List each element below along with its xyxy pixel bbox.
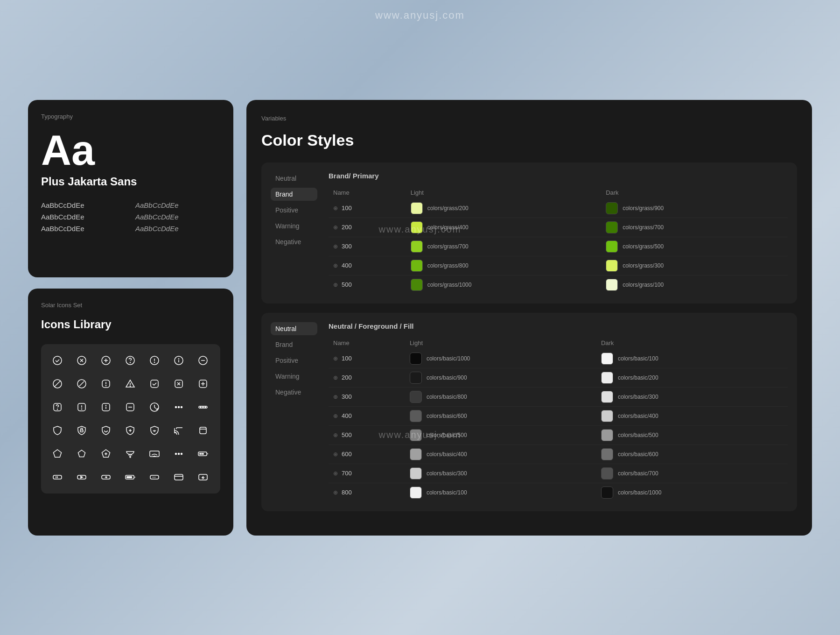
cell-dark: colors/basic/600 [596,444,788,464]
cell-dark: colors/basic/700 [596,464,788,483]
icon-plus-square [192,373,214,395]
nav-positive-1[interactable]: Positive [271,204,317,217]
dark-swatch [606,279,618,291]
type-samples: AaBbCcDdEe AaBbCcDdEe AaBbCcDdEe AaBbCcD… [41,201,220,233]
light-swatch [410,372,422,384]
icon-cast-2 [144,443,165,465]
watermark-bot: www.anyusj.com [379,430,462,440]
icon-battery-2 [119,466,141,488]
cell-name: ⊕ 100 [329,199,406,218]
cell-dark: colors/grass/300 [601,256,788,275]
cell-light: colors/basic/100 [405,483,596,502]
nav-negative-2[interactable]: Negative [271,386,317,399]
cell-name: ⊕ 500 [329,275,406,294]
cell-dark: colors/basic/100 [596,349,788,368]
cell-dark: colors/basic/500 [596,425,788,444]
table-row: ⊕ 300 colors/grass/700 colors/grass/500 [329,237,788,256]
cell-dark: colors/basic/200 [596,368,788,387]
nav-brand-2[interactable]: Brand [271,338,317,351]
svg-point-27 [178,406,180,408]
nav-neutral-2[interactable]: Neutral [271,322,317,335]
nav-warning-1[interactable]: Warning [271,219,317,233]
dark-swatch [601,487,613,499]
dark-swatch [606,202,618,214]
icon-exclaim-rounded [95,373,117,395]
svg-rect-49 [175,474,183,480]
cell-dark: colors/basic/400 [596,406,788,425]
section-layout-neutral: Neutral Brand Positive Warning Negative … [271,322,788,502]
table-row: ⊕ 800 colors/basic/100 colors/basic/1000 [329,483,788,502]
light-swatch [410,410,422,422]
svg-point-4 [130,362,131,363]
svg-point-19 [57,409,58,409]
type-sample-2: AaBbCcDdEe [135,201,220,209]
color-styles-title: Color Styles [261,131,797,149]
type-sample-3: AaBbCcDdEe [41,213,126,221]
icon-minus-square [119,396,141,418]
icon-clock-check [144,396,165,418]
dark-swatch [606,240,618,253]
dark-swatch [606,221,618,233]
icon-card [168,466,189,488]
light-swatch [410,448,422,460]
variable-icon: ⊕ [333,451,338,458]
nav-brand-1[interactable]: Brand [271,188,317,201]
icon-shield-wifi [144,420,165,441]
typography-label: Typography [41,113,220,120]
cell-light: colors/grass/700 [406,237,601,256]
nav-negative-1[interactable]: Negative [271,235,317,248]
table-row: ⊕ 700 colors/basic/300 colors/basic/700 [329,464,788,483]
light-swatch [411,240,423,253]
th-dark-2: Dark [596,337,788,349]
color-table-brand: Name Light Dark ⊕ 100 colors/gras [329,186,788,294]
nav-neutral-1[interactable]: Neutral [271,172,317,185]
icon-triangle-exclaim [119,373,141,395]
variable-icon: ⊕ [333,282,338,288]
light-swatch [411,279,423,291]
left-column: Typography Aa Plus Jakarta Sans AaBbCcDd… [28,100,233,536]
icon-more-dots [168,443,189,465]
table-row: ⊕ 100 colors/basic/1000 colors/basic/100 [329,349,788,368]
cell-light: colors/basic/900 [405,368,596,387]
cell-name: ⊕ 800 [329,483,405,502]
cell-dark: colors/grass/500 [601,237,788,256]
icon-plus-circle [95,350,117,371]
variables-label: Variables [261,115,797,122]
cell-name: ⊕ 200 [329,368,405,387]
svg-point-8 [179,359,179,359]
icon-flash-badge [95,466,117,488]
dark-swatch [601,429,613,441]
section-content-neutral: Neutral / Foreground / Fill Name Light D… [329,322,788,502]
light-swatch [410,391,422,403]
svg-point-21 [82,409,82,409]
icon-device [192,420,214,441]
nav-positive-2[interactable]: Positive [271,354,317,367]
icon-shield-smile [95,420,117,441]
section-heading-brand: Brand/ Primary [329,172,788,180]
cell-light: colors/basic/400 [405,444,596,464]
dark-swatch [601,372,613,384]
icon-battery [192,443,214,465]
svg-point-28 [181,406,182,408]
nav-warning-2[interactable]: Warning [271,370,317,383]
cell-light: colors/grass/800 [406,256,601,275]
section-heading-neutral: Neutral / Foreground / Fill [329,322,788,330]
svg-point-14 [130,386,131,386]
svg-point-37 [175,453,177,454]
typography-card: Typography Aa Plus Jakarta Sans AaBbCcDd… [28,100,233,277]
icon-question-circle [119,350,141,371]
svg-point-0 [53,356,62,365]
cell-light: colors/basic/600 [405,406,596,425]
color-section-brand: Neutral Brand Positive Warning Negative … [261,162,797,303]
th-light-2: Light [405,337,596,349]
watermark-mid: www.anyusj.com [379,224,462,235]
cell-name: ⊕ 600 [329,444,405,464]
icon-cast [168,420,189,441]
svg-rect-47 [126,476,132,478]
cell-light: colors/basic/1000 [405,349,596,368]
variable-icon: ⊕ [333,243,338,250]
svg-point-30 [200,407,201,408]
light-swatch [410,467,422,480]
th-light-1: Light [406,186,601,199]
type-sample-5: AaBbCcDdEe [41,225,126,233]
